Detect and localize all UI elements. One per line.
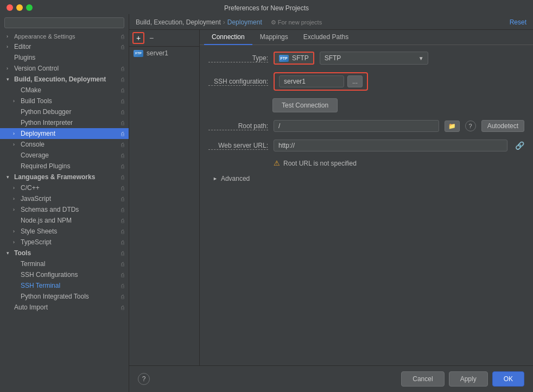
root-path-help-button[interactable]: ? [465, 121, 476, 131]
sidebar-item-nodejs-npm[interactable]: Node.js and NPM ⎙ [0, 215, 129, 226]
sidebar-item-tools[interactable]: ▾ Tools ⎙ [0, 248, 129, 258]
ssh-config-dropdown[interactable]: server1 [279, 75, 344, 87]
arrow-icon: ▾ [7, 174, 12, 180]
sidebar-item-label: JavaScript [21, 195, 51, 203]
tab-mappings[interactable]: Mappings [252, 30, 296, 45]
sidebar-item-appearance-settings[interactable]: › Appearance & Settings ⎙ [0, 31, 129, 41]
advanced-row[interactable]: ► Advanced [208, 175, 524, 182]
sidebar-item-build-tools[interactable]: › Build Tools ⎙ [0, 96, 129, 106]
sidebar-content: › Appearance & Settings ⎙ › Editor ⎙ Plu… [0, 31, 129, 392]
main-panel: Connection Mappings Excluded Paths Type:… [200, 30, 533, 365]
tabs-bar: Connection Mappings Excluded Paths [200, 30, 533, 45]
sidebar-item-deployment[interactable]: › Deployment ⎙ [0, 128, 129, 139]
maximize-button[interactable] [26, 4, 33, 11]
arrow-icon: ▾ [7, 250, 12, 256]
autodetect-button[interactable]: Autodetect [481, 120, 524, 132]
arrow-icon: › [13, 229, 18, 234]
page-icon: ⎙ [121, 196, 124, 202]
sidebar-item-python-interpreter[interactable]: Python Interpreter ⎙ [0, 117, 129, 128]
sidebar-item-plugins[interactable]: Plugins [0, 52, 129, 63]
page-icon: ⎙ [121, 272, 124, 278]
sidebar-item-python-debugger[interactable]: Python Debugger ⎙ [0, 106, 129, 117]
sidebar-item-label: SSH Configurations [21, 271, 78, 279]
arrow-icon: ▾ [7, 77, 12, 82]
breadcrumb-sep: › [223, 18, 225, 26]
page-icon: ⎙ [121, 120, 124, 126]
breadcrumb: Build, Execution, Deployment › Deploymen… [136, 18, 322, 26]
sidebar-item-python-integrated-tools[interactable]: Python Integrated Tools ⎙ [0, 291, 129, 302]
sidebar-item-label: Schemas and DTDs [21, 206, 79, 213]
sidebar-item-javascript[interactable]: › JavaScript ⎙ [0, 193, 129, 204]
type-selector: FTP SFTP [274, 52, 314, 65]
cancel-button[interactable]: Cancel [401, 371, 444, 387]
sidebar-item-cpp[interactable]: › C/C++ ⎙ [0, 182, 129, 193]
sidebar-item-required-plugins[interactable]: Required Plugins ⎙ [0, 161, 129, 172]
page-icon: ⎙ [121, 77, 124, 83]
sidebar-item-style-sheets[interactable]: › Style Sheets ⎙ [0, 226, 129, 237]
ssh-config-dots-button[interactable]: ... [347, 75, 363, 87]
arrow-icon: › [13, 185, 18, 191]
arrow-icon: › [7, 66, 12, 71]
page-icon: ⎙ [121, 174, 124, 180]
sidebar-item-auto-import[interactable]: Auto Import ⎙ [0, 302, 129, 313]
sidebar-item-label: TypeScript [21, 238, 52, 246]
sidebar-item-editor[interactable]: › Editor ⎙ [0, 41, 129, 52]
help-button[interactable]: ? [138, 373, 150, 385]
arrow-icon [13, 163, 18, 169]
ok-button[interactable]: OK [492, 371, 524, 387]
server-icon: FTP [134, 50, 143, 57]
ssh-config-label: SSH configuration: [208, 78, 268, 86]
sidebar-item-terminal[interactable]: Terminal ⎙ [0, 258, 129, 269]
tab-excluded-paths[interactable]: Excluded Paths [296, 30, 356, 45]
server-entry[interactable]: FTP server1 [129, 47, 199, 60]
sidebar-item-label: Coverage [21, 151, 49, 159]
sidebar-item-coverage[interactable]: Coverage ⎙ [0, 150, 129, 161]
apply-button[interactable]: Apply [449, 371, 488, 387]
sidebar-item-ssh-terminal[interactable]: SSH Terminal ⎙ [0, 280, 129, 291]
minimize-button[interactable] [16, 4, 23, 11]
arrow-icon [13, 272, 18, 277]
sidebar-item-label: Style Sheets [21, 227, 57, 235]
type-row: Type: FTP SFTP SFTP FTP FTPS [208, 52, 524, 65]
server-toolbar: + − [129, 30, 199, 47]
test-connection-button[interactable]: Test Connection [272, 98, 338, 112]
sidebar-item-schemas-dtds[interactable]: › Schemas and DTDs ⎙ [0, 204, 129, 215]
advanced-label: Advanced [221, 175, 250, 182]
sidebar-item-ssh-configurations[interactable]: SSH Configurations ⎙ [0, 269, 129, 280]
root-path-label: Root path: [208, 122, 268, 130]
remove-server-button[interactable]: − [145, 32, 157, 44]
advanced-arrow-icon: ► [213, 176, 218, 181]
sidebar-item-label: Terminal [21, 260, 45, 268]
type-value: SFTP [292, 54, 309, 62]
search-input[interactable] [4, 17, 124, 28]
arrow-icon: › [13, 98, 18, 104]
page-icon: ⎙ [121, 283, 124, 289]
page-icon: ⎙ [121, 153, 124, 159]
page-icon: ⎙ [121, 109, 124, 115]
page-icon: ⎙ [121, 87, 124, 93]
sidebar-item-languages-frameworks[interactable]: ▾ Languages & Frameworks ⎙ [0, 172, 129, 182]
folder-browse-button[interactable]: 📁 [445, 121, 460, 132]
sidebar-item-label: Editor [14, 43, 31, 50]
sidebar-item-typescript[interactable]: › TypeScript ⎙ [0, 237, 129, 248]
sidebar-item-version-control[interactable]: › Version Control ⎙ [0, 63, 129, 74]
sidebar-item-build-exec-deploy[interactable]: ▾ Build, Execution, Deployment ⎙ [0, 74, 129, 85]
arrow-icon [13, 153, 18, 158]
sidebar-item-console[interactable]: › Console ⎙ [0, 139, 129, 150]
web-server-url-input[interactable] [274, 140, 507, 151]
sidebar-item-label: Build, Execution, Deployment [14, 75, 106, 83]
root-path-input[interactable] [274, 120, 439, 132]
page-icon: ⎙ [121, 239, 124, 245]
right-panel: Build, Execution, Deployment › Deploymen… [129, 14, 533, 392]
ssh-config-box: server1 ... [274, 72, 368, 91]
ssh-config-dropdown-wrapper: server1 [279, 75, 344, 87]
sidebar-item-label: Build Tools [21, 97, 52, 105]
sidebar-item-cmake[interactable]: CMake ⎙ [0, 85, 129, 96]
reset-button[interactable]: Reset [510, 18, 526, 26]
tab-connection[interactable]: Connection [204, 30, 252, 45]
close-button[interactable] [7, 4, 13, 11]
type-dropdown[interactable]: SFTP FTP FTPS [320, 52, 428, 65]
add-server-button[interactable]: + [132, 32, 144, 44]
arrow-icon [13, 109, 18, 115]
page-icon: ⎙ [121, 185, 124, 191]
